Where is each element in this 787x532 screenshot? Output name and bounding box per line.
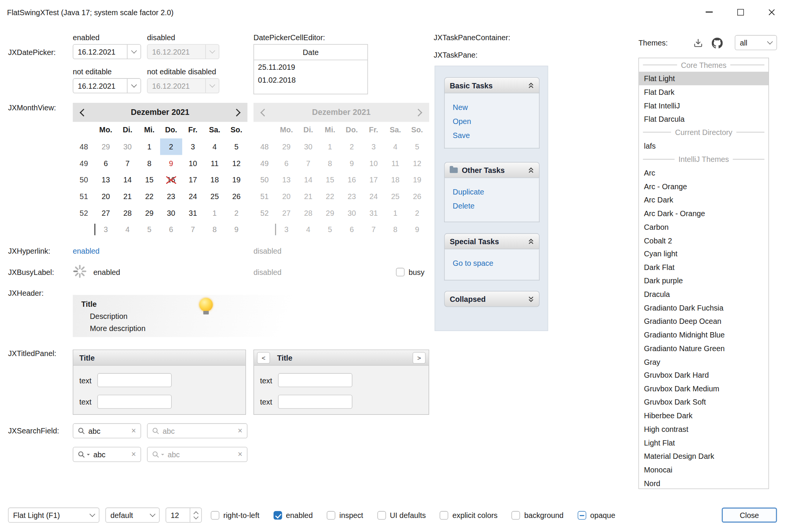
checkbox-box[interactable] [377,511,386,519]
datepicker-not-editable[interactable]: 16.12.2021 [73,78,141,93]
day-cell[interactable]: 27 [95,205,116,221]
checkbox-opaque[interactable]: opaque [578,511,615,519]
theme-list-item[interactable]: Arc Dark [639,193,768,207]
day-cell[interactable]: 6 [95,155,116,172]
day-cell[interactable]: 29 [95,138,116,155]
theme-list-item[interactable]: Flat Darcula [639,112,768,126]
day-cell[interactable]: 29 [139,205,160,221]
taskpane-header[interactable]: Special Tasks [444,233,540,249]
monthview-enabled[interactable]: Dezember 2021Mo.Di.Mi.Do.Fr.Sa.So.482930… [73,103,247,238]
day-cell[interactable]: 5 [225,138,247,155]
day-cell[interactable]: 19 [225,171,247,188]
combo-dropdown-button[interactable] [86,508,99,522]
day-cell[interactable]: 3 [182,138,204,155]
combo-dropdown-button[interactable] [146,508,159,522]
close-button[interactable]: Close [722,508,777,523]
checkbox-busy[interactable]: busy [396,268,425,276]
titled-panel-left-button[interactable]: < [257,352,270,363]
text-input[interactable] [98,373,172,387]
titled-panel-right-button[interactable]: > [412,352,425,363]
search-field-with-menu[interactable]: abc × [73,447,141,462]
theme-list-item[interactable]: Flat IntelliJ [639,99,768,112]
day-cell[interactable]: 4 [204,138,225,155]
table-row[interactable]: 25.11.2019 [254,60,367,73]
day-cell[interactable]: 20 [95,188,116,205]
day-cell[interactable]: 4 [116,221,138,238]
theme-list-item[interactable]: Dark Flat [639,261,768,274]
theme-list-item[interactable]: Arc Dark - Orange [639,207,768,220]
theme-list-item[interactable]: Gradianto Midnight Blue [639,328,768,342]
theme-list-item[interactable]: Gradianto Nature Green [639,341,768,355]
day-cell[interactable]: 6 [160,221,182,238]
day-cell[interactable]: 21 [116,188,138,205]
day-cell[interactable]: 7 [182,221,204,238]
themes-list[interactable]: Core ThemesFlat LightFlat DarkFlat Intel… [638,58,769,489]
day-cell[interactable]: 1 [204,205,225,221]
theme-list-item[interactable]: Gradianto Deep Ocean [639,314,768,328]
taskpane-link-go-to-space[interactable]: Go to space [453,256,539,270]
day-cell[interactable]: 10 [182,155,204,172]
prev-month-button[interactable] [81,108,87,116]
theme-list-item[interactable]: Light Flat [639,436,768,449]
theme-list-item[interactable]: Dracula [639,287,768,301]
day-cell[interactable]: 14 [116,171,138,188]
table-row[interactable]: 01.02.2018 [254,73,367,86]
day-cell[interactable]: 17 [182,171,204,188]
checkbox-explicit-colors[interactable]: explicit colors [440,511,497,519]
datepicker-dropdown-button[interactable] [127,79,141,93]
theme-list-item[interactable]: Flat Dark [639,85,768,99]
clear-icon[interactable]: × [131,427,136,435]
day-cell[interactable]: 13 [95,171,116,188]
spinner-buttons[interactable] [190,508,201,522]
day-cell[interactable]: 30 [116,138,138,155]
theme-list-item[interactable]: Carbon [639,220,768,234]
combo-dropdown-button[interactable] [763,36,776,50]
day-cell[interactable]: 26 [225,188,247,205]
text-input[interactable] [278,373,353,387]
theme-list-item[interactable]: Nord [639,476,768,489]
day-cell[interactable]: 28 [116,205,138,221]
cell-editor-table[interactable]: Date 25.11.2019 01.02.2018 [253,44,368,94]
theme-list-item[interactable]: Hiberbee Dark [639,409,768,422]
taskpane-header[interactable]: Other Tasks [444,162,540,178]
day-cell[interactable]: 2 [225,205,247,221]
taskpane-header[interactable]: Basic Tasks [444,77,540,93]
day-cell[interactable]: 12 [225,155,247,172]
checkbox-inspect[interactable]: inspect [327,511,363,519]
day-cell[interactable]: 9 [225,221,247,238]
day-cell[interactable]: 1 [139,138,160,155]
checkbox-right-to-left[interactable]: right-to-left [211,511,260,519]
theme-list-item[interactable]: Cobalt 2 [639,234,768,247]
download-button[interactable] [692,37,705,50]
checkbox-box[interactable] [273,511,282,519]
theme-list-item[interactable]: Material Design Dark [639,449,768,463]
text-input[interactable] [278,395,353,409]
datepicker-enabled[interactable]: 16.12.2021 [73,44,141,59]
text-input[interactable] [98,395,172,409]
search-field-enabled[interactable]: abc × [73,423,141,438]
theme-list-item[interactable]: Gray [639,355,768,369]
taskpane-link-duplicate[interactable]: Duplicate [453,185,539,199]
laf-combo[interactable]: Flat Light (F1) [8,508,99,523]
checkbox-box[interactable] [512,511,520,519]
day-cell[interactable]: 22 [139,188,160,205]
clear-icon[interactable]: × [131,450,136,458]
day-cell[interactable]: 24 [182,188,204,205]
theme-list-item[interactable]: Gradianto Dark Fuchsia [639,301,768,315]
day-cell[interactable]: 25 [204,188,225,205]
checkbox-background[interactable]: background [512,511,563,519]
themes-filter-combo[interactable]: all [735,35,777,50]
day-cell[interactable]: 8 [204,221,225,238]
checkbox-box[interactable] [396,268,405,276]
github-button[interactable] [710,36,724,50]
maximize-button[interactable] [725,0,756,24]
taskpane-link-save[interactable]: Save [453,129,539,143]
day-cell[interactable]: 5 [139,221,160,238]
font-size-spinner[interactable]: 12 [165,508,201,523]
theme-list-item[interactable]: Dark purple [639,274,768,288]
theme-list-item[interactable]: lafs [639,139,768,153]
style-combo[interactable]: default [105,508,160,523]
day-cell[interactable]: 30 [160,205,182,221]
theme-list-item[interactable]: High contrast [639,422,768,436]
day-cell[interactable]: 9 [160,155,182,172]
